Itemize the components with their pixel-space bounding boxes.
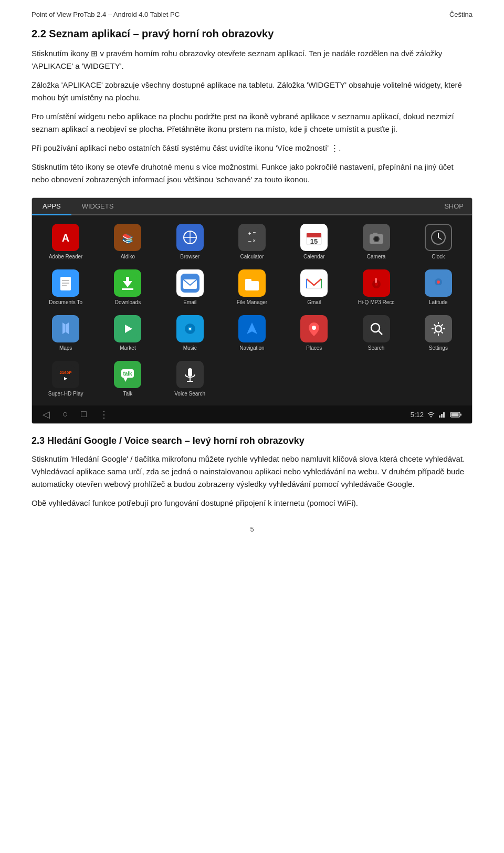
app-file-manager[interactable]: File Manager: [222, 265, 282, 310]
app-email[interactable]: Email: [160, 265, 220, 310]
app-voice-search[interactable]: Voice Search: [160, 357, 220, 401]
svg-rect-93: [452, 413, 459, 417]
icon-voice-search: [176, 361, 204, 388]
app-browser[interactable]: Browser: [160, 220, 220, 264]
icon-aldiko: 📚: [114, 224, 141, 251]
icon-calculator: + =– ×: [238, 224, 266, 251]
label-browser: Browser: [180, 254, 200, 260]
page-footer: 5: [32, 525, 472, 533]
svg-rect-63: [367, 319, 386, 338]
bottom-navigation: ◁ ○ □ ⋮: [43, 409, 109, 420]
app-calendar[interactable]: 15 Calendar: [284, 220, 344, 264]
app-latitude[interactable]: Latitude: [408, 265, 469, 310]
app-market[interactable]: Market: [97, 311, 158, 356]
app-aldiko[interactable]: 📚 Aldiko: [97, 220, 158, 264]
svg-point-62: [312, 326, 316, 330]
app-places[interactable]: Places: [284, 311, 344, 356]
label-aldiko: Aldiko: [121, 254, 135, 260]
status-time: 5:12: [411, 411, 424, 419]
apps-grid: A Adobe Reader 📚 Aldiko Browser + =– ×: [32, 215, 472, 405]
icon-calendar: 15: [300, 224, 328, 251]
label-music: Music: [183, 345, 197, 351]
svg-rect-25: [60, 277, 71, 290]
app-hiqmp3[interactable]: Hi-Q MP3 Recc: [345, 265, 406, 310]
svg-text:+  =: + =: [248, 231, 256, 236]
app-clock[interactable]: Clock: [408, 220, 469, 264]
intro-paragraphs: Stisknutím ikony ⊞ v pravém horním rohu …: [32, 47, 472, 186]
svg-point-58: [189, 328, 191, 330]
app-gmail[interactable]: Gmail: [284, 265, 344, 310]
label-email: Email: [183, 299, 196, 306]
svg-text:2160P: 2160P: [60, 370, 72, 375]
icon-camera: [363, 224, 390, 251]
icon-music: [176, 315, 204, 342]
icon-downloads: [114, 269, 141, 297]
app-music[interactable]: Music: [160, 311, 220, 356]
app-downloads[interactable]: Downloads: [97, 265, 158, 310]
app-camera[interactable]: Camera: [345, 220, 406, 264]
app-talk[interactable]: talk Talk: [97, 357, 158, 401]
label-navigation: Navigation: [239, 345, 264, 351]
icon-browser: [176, 224, 204, 251]
app-documents-to[interactable]: Documents To: [35, 265, 96, 310]
para2-1: Stisknutím 'Hledání Google' / tlačítka m…: [32, 453, 472, 491]
svg-rect-88: [439, 415, 440, 418]
app-search[interactable]: Search: [345, 311, 406, 356]
svg-rect-92: [460, 414, 461, 416]
app-settings[interactable]: Settings: [408, 311, 469, 356]
icon-file-manager: [238, 269, 266, 297]
svg-rect-45: [375, 278, 377, 283]
icon-navigation: [238, 315, 266, 342]
para2-2: Obě vyhledávací funkce potřebují pro fun…: [32, 497, 472, 509]
label-gmail: Gmail: [307, 299, 321, 306]
icon-search: [363, 315, 390, 342]
icon-adobe-reader: A: [52, 224, 79, 251]
tab-shop[interactable]: SHOP: [436, 198, 472, 214]
tab-apps[interactable]: APPS: [32, 198, 71, 215]
para-1: Stisknutím ikony ⊞ v pravém horním rohu …: [32, 47, 472, 72]
bottom-bar: ◁ ○ □ ⋮ 5:12: [32, 405, 472, 423]
menu-button[interactable]: ⋮: [99, 409, 109, 420]
section2-paragraphs: Stisknutím 'Hledání Google' / tlačítka m…: [32, 453, 472, 509]
icon-documents-to: [52, 269, 79, 297]
label-settings: Settings: [429, 345, 448, 351]
svg-rect-37: [245, 279, 251, 282]
back-button[interactable]: ◁: [43, 409, 50, 420]
svg-rect-89: [441, 414, 443, 418]
header-right: Čeština: [449, 11, 472, 18]
icon-market: [114, 315, 141, 342]
tablet-screen: APPS WIDGETS SHOP A Adobe Reader 📚 Aldik…: [32, 198, 472, 423]
svg-text:15: 15: [310, 237, 318, 245]
home-button[interactable]: ○: [62, 409, 68, 420]
para-5: Stisknutím této ikony se otevře druhotné…: [32, 161, 472, 186]
label-downloads: Downloads: [115, 299, 141, 306]
icon-superhd: 2160P▶: [52, 361, 79, 388]
app-maps[interactable]: Maps: [35, 311, 96, 356]
label-places: Places: [306, 345, 322, 351]
app-superhd[interactable]: 2160P▶ Super-HD Play: [35, 357, 96, 401]
tab-widgets[interactable]: WIDGETS: [71, 198, 124, 214]
svg-point-48: [437, 280, 440, 284]
svg-rect-36: [245, 281, 259, 290]
para-4: Při používání aplikací nebo ostatních čá…: [32, 142, 472, 154]
svg-rect-31: [126, 277, 129, 282]
svg-text:A: A: [62, 232, 69, 244]
label-hiqmp3: Hi-Q MP3 Recc: [358, 299, 394, 306]
wifi-icon: [427, 411, 435, 418]
label-adobe-reader: Adobe Reader: [49, 254, 83, 260]
app-adobe-reader[interactable]: A Adobe Reader: [35, 220, 96, 264]
app-calculator[interactable]: + =– × Calculator: [222, 220, 282, 264]
svg-text:📚: 📚: [122, 233, 134, 244]
svg-rect-19: [373, 233, 377, 235]
page-number: 5: [250, 525, 254, 533]
recents-button[interactable]: □: [81, 409, 87, 420]
icon-latitude: [425, 269, 452, 297]
app-navigation[interactable]: Navigation: [222, 311, 282, 356]
svg-point-44: [375, 283, 378, 286]
icon-hiqmp3: [363, 269, 390, 297]
icon-maps: [52, 315, 79, 342]
label-voice-search: Voice Search: [174, 391, 205, 397]
svg-rect-32: [122, 288, 133, 290]
label-talk: Talk: [123, 391, 133, 397]
label-file-manager: File Manager: [237, 299, 267, 306]
